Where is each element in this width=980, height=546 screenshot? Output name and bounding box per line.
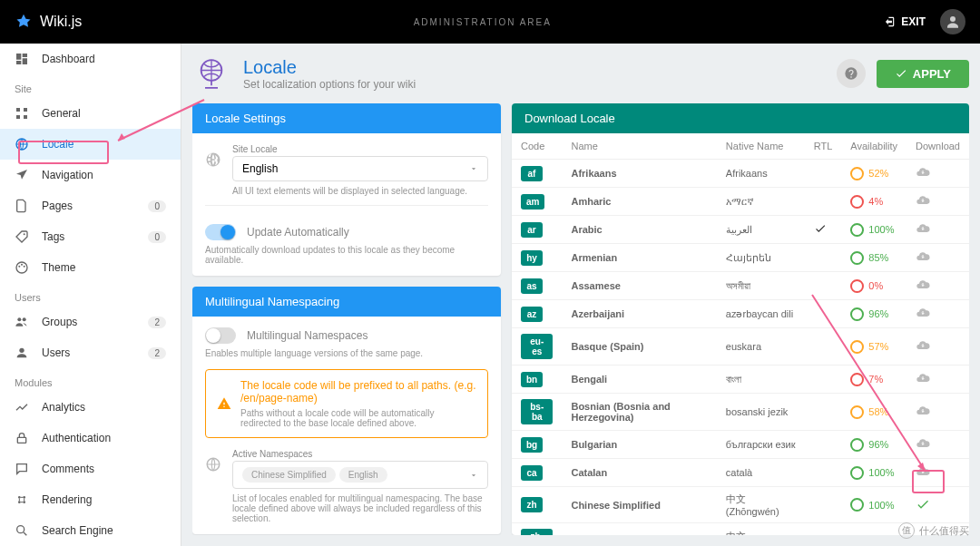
site-locale-value: English (242, 162, 278, 175)
sidebar-item-pages[interactable]: Pages0 (0, 190, 181, 221)
site-locale-select[interactable]: English (232, 156, 488, 181)
sidebar-item-search-engine[interactable]: Search Engine (0, 515, 181, 546)
locale-download-cell[interactable] (906, 300, 969, 328)
locale-rtl (805, 523, 842, 536)
locale-table[interactable]: Code Name Native Name RTL Availability D… (512, 133, 969, 535)
locale-download-cell[interactable] (906, 431, 969, 459)
locale-download-cell[interactable] (906, 394, 969, 431)
locale-code-badge: hy (521, 250, 543, 266)
ns-toggle[interactable] (205, 327, 236, 344)
locale-availability: 85% (850, 251, 897, 265)
help-icon (844, 66, 858, 81)
cloud-download-icon (916, 278, 930, 292)
apply-button[interactable]: APPLY (877, 60, 969, 88)
locale-row: zhChinese Simplified中文 (Zhōngwén)100% (512, 487, 969, 523)
sidebar-item-label: Navigation (42, 169, 93, 181)
sidebar-item-label: General (42, 107, 81, 120)
col-rtl: RTL (805, 133, 842, 160)
help-button[interactable] (837, 59, 866, 88)
active-ns-label: Active Namespaces (232, 449, 488, 459)
locale-name: Arabic (562, 216, 716, 244)
update-auto-row: Update Automatically (205, 215, 488, 240)
locale-code-badge: af (521, 166, 543, 181)
sidebar-item-label: Authentication (42, 432, 111, 444)
locale-download-cell[interactable] (906, 188, 969, 216)
sidebar-item-dashboard[interactable]: Dashboard (0, 44, 181, 74)
locale-name: Basque (Spain) (562, 328, 716, 366)
header-text: Locale Set localization options for your… (243, 57, 416, 91)
locale-download-cell[interactable] (906, 459, 969, 487)
sidebar-item-theme[interactable]: Theme (0, 252, 181, 283)
svg-point-7 (17, 317, 21, 321)
topbar-right: EXIT (883, 9, 965, 34)
locale-row: afAfrikaansAfrikaans52% (512, 160, 969, 188)
sidebar-item-general[interactable]: General (0, 98, 181, 129)
ns-toggle-hint: Enables multiple language versions of th… (205, 348, 488, 358)
cloud-download-icon (916, 165, 930, 180)
svg-point-4 (18, 266, 20, 268)
sidebar-item-label: Dashboard (42, 53, 95, 65)
locale-native: 中文 (Zhōngwén) (717, 487, 805, 523)
locale-code-badge: zh (521, 497, 543, 512)
done-icon (916, 497, 930, 512)
sidebar: Dashboard Site GeneralLocaleNavigationPa… (0, 44, 181, 546)
locale-availability: 4% (850, 195, 897, 209)
locale-native: Afrikaans (717, 160, 805, 188)
cloud-download-icon (916, 249, 930, 264)
locale-row: arArabicالعربية100% (512, 216, 969, 244)
header-actions: APPLY (837, 59, 969, 88)
locale-settings-card: Locale Settings Site Locale English All … (192, 103, 501, 276)
locale-native: العربية (717, 216, 805, 244)
globe-icon (205, 151, 221, 168)
locale-availability: 100% (850, 535, 897, 536)
cloud-download-icon (916, 193, 930, 208)
locale-download-cell[interactable] (906, 366, 969, 394)
sidebar-item-analytics[interactable]: Analytics (0, 392, 181, 423)
locale-code-badge: eu-es (521, 334, 553, 359)
locale-download-cell[interactable] (906, 272, 969, 300)
user-avatar[interactable] (940, 9, 965, 34)
ns-chip[interactable]: Chinese Simplified (242, 467, 336, 483)
globe-icon (15, 137, 29, 151)
sidebar-item-comments[interactable]: Comments (0, 453, 181, 484)
sidebar-item-groups[interactable]: Groups2 (0, 307, 181, 337)
ns-alert: The locale code will be prefixed to all … (205, 369, 488, 438)
locale-rtl (805, 328, 842, 366)
update-auto-toggle[interactable] (205, 224, 236, 240)
locale-download-cell[interactable] (906, 328, 969, 366)
sidebar-item-label: Search Engine (42, 524, 113, 537)
locale-download-cell[interactable] (906, 244, 969, 272)
locale-download-cell[interactable] (906, 216, 969, 244)
locale-download-cell[interactable] (906, 160, 969, 188)
show_chart-icon (15, 400, 29, 414)
sidebar-section-site: Site (0, 74, 181, 98)
sidebar-item-navigation[interactable]: Navigation (0, 160, 181, 190)
locale-name: Armenian (562, 244, 716, 272)
sidebar-section-users: Users (0, 283, 181, 307)
locale-availability: 100% (850, 223, 897, 237)
exit-label: EXIT (901, 15, 926, 28)
sidebar-item-rendering[interactable]: Rendering (0, 484, 181, 515)
exit-button[interactable]: EXIT (883, 15, 926, 28)
sidebar-badge: 2 (148, 317, 166, 328)
active-ns-select[interactable]: Chinese SimplifiedEnglish (232, 461, 488, 489)
sidebar-item-authentication[interactable]: Authentication (0, 423, 181, 453)
sidebar-item-tags[interactable]: Tags0 (0, 221, 181, 252)
file-icon (15, 199, 29, 213)
svg-point-12 (23, 496, 25, 499)
widgets-icon (15, 106, 29, 121)
sidebar-item-users[interactable]: Users2 (0, 337, 181, 368)
locale-name: Bengali (562, 366, 716, 394)
locale-native: 中文 (Zhōngwén) (717, 523, 805, 536)
locale-native: català (717, 459, 805, 487)
admin-area-label: ADMINISTRATION AREA (82, 17, 883, 27)
ns-chip[interactable]: English (339, 467, 387, 483)
locale-availability: 7% (850, 373, 897, 386)
near_me-icon (15, 168, 29, 182)
sidebar-item-locale[interactable]: Locale (0, 129, 181, 160)
locale-row: asAssameseঅসমীয়া0% (512, 272, 969, 300)
locale-code-badge: as (521, 278, 543, 294)
sidebar-item-label: Rendering (42, 493, 92, 506)
locale-name: Azerbaijani (562, 300, 716, 328)
locale-download-cell[interactable] (906, 487, 969, 523)
